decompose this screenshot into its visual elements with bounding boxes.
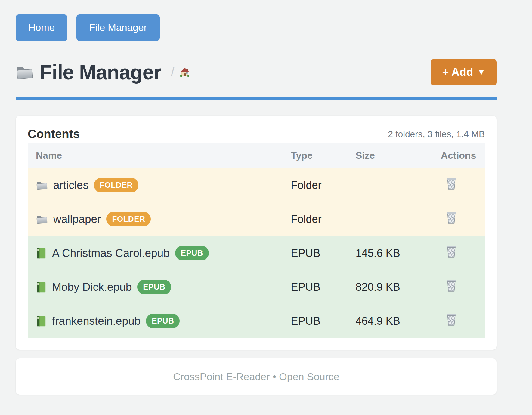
file-link[interactable]: frankenstein.epub <box>52 315 141 327</box>
file-size: 464.9 KB <box>356 304 427 338</box>
footer: CrossPoint E-Reader • Open Source <box>16 358 497 395</box>
contents-card: Contents 2 folders, 3 files, 1.4 MB Name… <box>16 116 497 350</box>
trash-icon <box>446 177 457 190</box>
add-button[interactable]: + Add ▼ <box>431 59 497 85</box>
file-type: Folder <box>291 168 356 202</box>
contents-summary: 2 folders, 3 files, 1.4 MB <box>388 129 485 139</box>
contents-title: Contents <box>28 127 80 141</box>
page-title: File Manager <box>40 59 161 85</box>
caret-down-icon: ▼ <box>477 68 485 77</box>
folder-icon <box>36 180 48 190</box>
file-link[interactable]: Moby Dick.epub <box>52 281 132 294</box>
folder-badge: FOLDER <box>106 212 151 226</box>
table-row-wallpaper: wallpaper FOLDER Folder - <box>28 202 485 236</box>
nav-home-button[interactable]: Home <box>16 14 67 41</box>
column-header-size: Size <box>356 143 427 168</box>
breadcrumb-separator: / <box>171 65 175 79</box>
file-type: Folder <box>291 202 356 236</box>
epub-badge: EPUB <box>137 280 171 294</box>
file-type: EPUB <box>291 304 356 338</box>
top-nav: Home File Manager <box>16 0 497 41</box>
file-size: - <box>356 168 427 202</box>
folder-icon <box>36 214 48 224</box>
nav-file-manager-button[interactable]: File Manager <box>76 14 160 41</box>
footer-text: CrossPoint E-Reader • Open Source <box>173 371 339 383</box>
file-size: 820.9 KB <box>356 270 427 304</box>
table-header-row: Name Type Size Actions <box>28 143 485 168</box>
delete-button[interactable] <box>446 313 457 326</box>
delete-button[interactable] <box>446 279 457 292</box>
folder-link[interactable]: wallpaper <box>53 213 101 226</box>
epub-badge: EPUB <box>146 314 180 328</box>
file-table: Name Type Size Actions articles FOLDER F <box>28 143 485 338</box>
delete-button[interactable] <box>446 245 457 258</box>
file-size: - <box>356 202 427 236</box>
table-row-moby-dick: Moby Dick.epub EPUB EPUB 820.9 KB <box>28 270 485 304</box>
epub-badge: EPUB <box>175 246 209 260</box>
house-icon <box>179 67 190 78</box>
folder-icon <box>16 64 34 80</box>
breadcrumb-home-link[interactable] <box>179 67 190 78</box>
trash-icon <box>446 313 457 326</box>
folder-badge: FOLDER <box>94 178 138 192</box>
page-header: File Manager / + Add ▼ <box>16 59 497 100</box>
column-header-type: Type <box>291 143 356 168</box>
add-button-label: + Add <box>442 66 473 78</box>
contents-card-header: Contents 2 folders, 3 files, 1.4 MB <box>28 127 485 141</box>
folder-link[interactable]: articles <box>53 179 88 192</box>
column-header-actions: Actions <box>427 143 485 168</box>
book-icon <box>36 315 47 327</box>
table-row-frankenstein: frankenstein.epub EPUB EPUB 464.9 KB <box>28 304 485 338</box>
page: Home File Manager File Manager / <box>16 0 497 395</box>
file-link[interactable]: A Christmas Carol.epub <box>52 247 170 260</box>
trash-icon <box>446 279 457 292</box>
file-type: EPUB <box>291 236 356 270</box>
column-header-name: Name <box>28 143 291 168</box>
book-icon <box>36 281 47 293</box>
book-icon <box>36 247 47 259</box>
file-size: 145.6 KB <box>356 236 427 270</box>
table-row-articles: articles FOLDER Folder - <box>28 168 485 202</box>
delete-button[interactable] <box>446 211 457 224</box>
table-row-christmas-carol: A Christmas Carol.epub EPUB EPUB 145.6 K… <box>28 236 485 270</box>
title-wrap: File Manager / <box>16 59 190 85</box>
delete-button[interactable] <box>446 177 457 190</box>
trash-icon <box>446 211 457 224</box>
trash-icon <box>446 245 457 258</box>
file-type: EPUB <box>291 270 356 304</box>
